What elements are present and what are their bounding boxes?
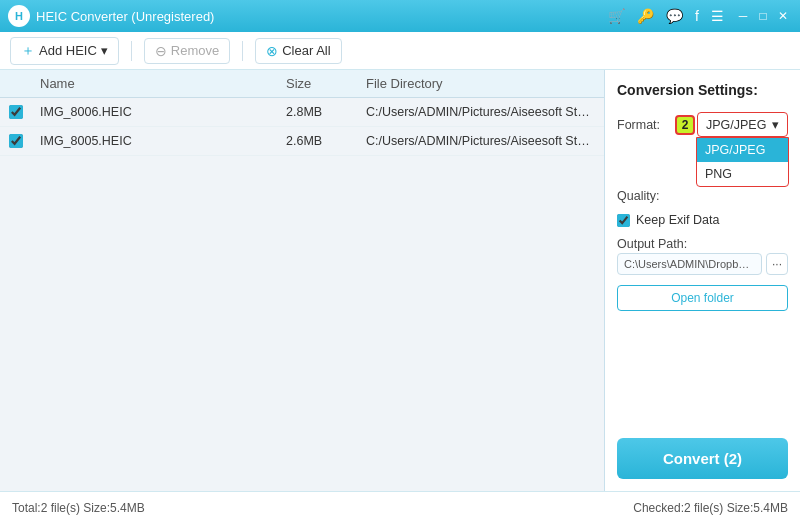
app-logo: H	[8, 5, 30, 27]
format-option-png[interactable]: PNG	[697, 162, 788, 186]
exif-row: Keep Exif Data	[617, 213, 788, 227]
key-icon[interactable]: 🔑	[637, 8, 654, 24]
format-dropdown-btn[interactable]: JPG/JPEG ▾	[697, 112, 788, 137]
maximize-button[interactable]: □	[754, 7, 772, 25]
add-heic-button[interactable]: ＋ Add HEIC ▾	[10, 37, 119, 65]
chat-icon[interactable]: 💬	[666, 8, 683, 24]
output-label: Output Path:	[617, 237, 788, 251]
format-dropdown-arrow: ▾	[772, 117, 779, 132]
open-folder-button[interactable]: Open folder	[617, 285, 788, 311]
table-row: IMG_8006.HEIC 2.8MB C:/Users/ADMIN/Pictu…	[0, 98, 604, 127]
right-panel: Conversion Settings: Format: 2 JPG/JPEG …	[605, 70, 800, 491]
toolbar-separator	[131, 41, 132, 61]
add-heic-dropdown-icon[interactable]: ▾	[101, 43, 108, 58]
window-controls: ─ □ ✕	[734, 7, 792, 25]
toolbar-separator-2	[242, 41, 243, 61]
file-area: Name Size File Directory IMG_8006.HEIC 2…	[0, 70, 605, 491]
row2-dir: C:/Users/ADMIN/Pictures/Aiseesoft Studio…	[358, 134, 604, 148]
format-badge: 2	[675, 115, 695, 135]
row1-dir: C:/Users/ADMIN/Pictures/Aiseesoft Studio…	[358, 105, 604, 119]
table-header: Name Size File Directory	[0, 70, 604, 98]
status-right: Checked:2 file(s) Size:5.4MB	[633, 501, 788, 515]
row1-check[interactable]	[0, 105, 32, 119]
add-heic-label: Add HEIC	[39, 43, 97, 58]
facebook-icon[interactable]: f	[695, 8, 699, 24]
col-directory: File Directory	[358, 76, 604, 91]
title-bar: H HEIC Converter (Unregistered) 🛒 🔑 💬 f …	[0, 0, 800, 32]
remove-label: Remove	[171, 43, 219, 58]
output-row: C:\Users\ADMIN\Dropbox\PC\ ···	[617, 253, 788, 275]
clear-all-label: Clear All	[282, 43, 330, 58]
app-title: HEIC Converter (Unregistered)	[36, 9, 608, 24]
output-browse-button[interactable]: ···	[766, 253, 788, 275]
col-size: Size	[278, 76, 358, 91]
table-body: IMG_8006.HEIC 2.8MB C:/Users/ADMIN/Pictu…	[0, 98, 604, 491]
col-check	[0, 76, 32, 91]
row1-size: 2.8MB	[278, 105, 358, 119]
minus-icon: ⊖	[155, 43, 167, 59]
format-dropdown-list: JPG/JPEG PNG	[696, 137, 789, 187]
status-left: Total:2 file(s) Size:5.4MB	[12, 501, 145, 515]
format-label: Format:	[617, 118, 669, 132]
minimize-button[interactable]: ─	[734, 7, 752, 25]
cart-icon[interactable]: 🛒	[608, 8, 625, 24]
format-row: Format: 2 JPG/JPEG ▾ JPG/JPEG PNG	[617, 112, 788, 137]
output-path-value: C:\Users\ADMIN\Dropbox\PC\	[617, 253, 762, 275]
plus-icon: ＋	[21, 42, 35, 60]
clear-all-button[interactable]: ⊗ Clear All	[255, 38, 341, 64]
output-section: Output Path: C:\Users\ADMIN\Dropbox\PC\ …	[617, 237, 788, 275]
spacer	[617, 321, 788, 428]
row1-checkbox[interactable]	[9, 105, 23, 119]
remove-button[interactable]: ⊖ Remove	[144, 38, 230, 64]
panel-title: Conversion Settings:	[617, 82, 788, 98]
main-layout: Name Size File Directory IMG_8006.HEIC 2…	[0, 70, 800, 491]
format-option-jpg[interactable]: JPG/JPEG	[697, 138, 788, 162]
format-selected: JPG/JPEG	[706, 118, 766, 132]
table-row: IMG_8005.HEIC 2.6MB C:/Users/ADMIN/Pictu…	[0, 127, 604, 156]
status-bar: Total:2 file(s) Size:5.4MB Checked:2 fil…	[0, 491, 800, 523]
row1-name: IMG_8006.HEIC	[32, 105, 278, 119]
close-button[interactable]: ✕	[774, 7, 792, 25]
exif-checkbox[interactable]	[617, 214, 630, 227]
row2-name: IMG_8005.HEIC	[32, 134, 278, 148]
quality-label: Quality:	[617, 189, 669, 203]
clear-icon: ⊗	[266, 43, 278, 59]
col-name: Name	[32, 76, 278, 91]
convert-button[interactable]: Convert (2)	[617, 438, 788, 479]
row2-check[interactable]	[0, 134, 32, 148]
quality-row: Quality:	[617, 189, 788, 203]
row2-checkbox[interactable]	[9, 134, 23, 148]
row2-size: 2.6MB	[278, 134, 358, 148]
exif-label: Keep Exif Data	[636, 213, 719, 227]
title-bar-icons: 🛒 🔑 💬 f ☰	[608, 8, 724, 24]
menu-icon[interactable]: ☰	[711, 8, 724, 24]
format-dropdown[interactable]: 2 JPG/JPEG ▾ JPG/JPEG PNG	[697, 112, 788, 137]
toolbar: ＋ Add HEIC ▾ ⊖ Remove ⊗ Clear All	[0, 32, 800, 70]
